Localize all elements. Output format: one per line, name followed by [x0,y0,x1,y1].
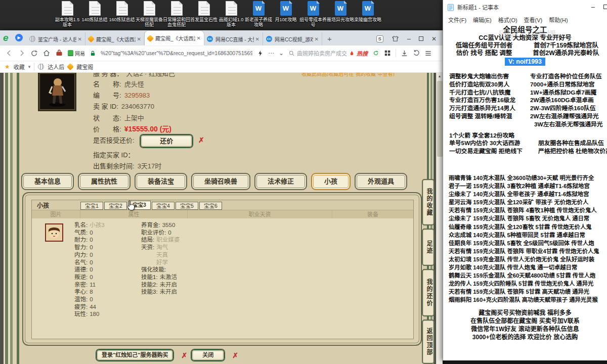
search-query[interactable]: 曲婉婷拍卖房产成交 [297,49,347,57]
notepad-line: 一切交易走藏宝阁 拒绝线下严格把控价格 杜绝物次价高 [443,148,607,156]
tab-spells[interactable]: 法术修正 [254,173,307,190]
subtab-baby2[interactable]: 宝宝2 [104,202,127,210]
site-badge[interactable]: 网易 [68,50,85,57]
tab-close-icon[interactable]: ✕ [137,36,141,42]
subtab-baby5[interactable]: 宝宝5 [176,202,198,210]
browser-tab[interactable]: 藏宝阁_《大话西游…✕ [85,32,145,46]
menu-icon[interactable] [424,50,432,57]
info-row-server: 服 务 器：大话2 · 红烛知己 [93,73,175,78]
browser-tab[interactable]: 鉴宝广场 - 达人后…✕ [26,32,85,46]
dropdown-icon[interactable]: ⌄ [279,51,284,56]
home-icon[interactable] [42,49,51,57]
notepad-line: 低价打造站街双30男人7000+通杀日常炼狱地宫 [443,81,607,89]
notepad-text-area[interactable]: 网易CC直播 全民组号之工 CC蓝V认证 大炮资深 专业开好号 低端任务组号开创… [443,25,607,360]
menu-format[interactable]: 格式(O) [498,16,517,24]
lightning-icon[interactable] [257,50,264,57]
bookmark-item[interactable]: 藏宝阁 [76,63,93,71]
desktop-icon[interactable]: 160炼狱总结 [108,1,136,27]
sidebar-my-bargains[interactable]: 我的还价 [422,269,435,316]
maximize-button[interactable] [419,36,423,41]
close-button[interactable]: ✕ [431,35,437,42]
browser-tab-active[interactable]: 藏宝阁_《大话西游…✕ [145,31,204,46]
subtab-baby4[interactable]: 宝宝4 [152,202,175,210]
tab-appearance[interactable]: 外观道具 [355,173,407,190]
desktop-icon[interactable]: W雁塔异光攻略 [327,1,354,27]
desktop-icon[interactable]: W组号零成本养号 [299,1,327,27]
login-buy-button[interactable]: 登录"红烛知己"服务器购买 [96,349,174,361]
hot-search-label[interactable]: 热搜 [357,49,368,57]
reload-icon[interactable] [30,50,38,57]
browser-logo-icon[interactable]: e [3,33,9,42]
attr-row: 职业评价:0 [141,229,180,237]
bargain-button[interactable]: 还价 [140,134,193,148]
browser-tab[interactable]: CC网易CC直播 - 大型…✕ [204,32,263,46]
children-panel: 小孩 宝宝1 宝宝2 宝宝3 宝宝4 宝宝5 宝宝6 图片 属性 [22,192,422,346]
browser-tab[interactable]: CC网易CC视频_游戏视…✕ [263,32,322,46]
apps-grid-icon[interactable] [384,50,391,57]
desktop-icon[interactable]: 首发蓝宝石性 [190,1,218,27]
search-box[interactable]: 曲婉婷拍卖房产成交 热搜 [288,49,368,57]
back-icon[interactable] [5,49,13,57]
notepad-window: 新标题1 - 记事本 – 文件(F) 编辑(E) 格式(O) 查看(V) 帮助(… [443,0,607,360]
notepad-title-bar[interactable]: 新标题1 - 记事本 – [443,0,607,14]
download-icon[interactable] [401,50,408,57]
power-save-icon[interactable] [372,50,379,57]
menu-help[interactable]: 帮助(H) [549,16,568,24]
desktop-icon[interactable]: 140炼狱总结 [81,1,108,27]
sidebar-footprints[interactable]: 足迹 [422,229,435,266]
desktop-icon[interactable]: 日常睡袋和回血鬼搭配 [163,1,190,27]
caret-down-icon[interactable]: ▾ [28,64,31,69]
tab-close-icon[interactable]: ✕ [315,36,319,42]
team-line: 仙履奇缘 159克火混队 全120畜牧 5甘霖 传世炮无价人鬼 [449,223,607,231]
new-tab-button[interactable]: + [327,34,332,43]
undo-icon[interactable] [413,50,420,57]
attr-row: 玩性:180 [74,310,105,318]
bookmark-fav-label[interactable]: 收藏 [14,63,25,71]
page-scrollbar[interactable]: ▲ [436,73,443,364]
desktop-icon[interactable]: 副本攻略1.5版本 [54,1,81,27]
briefcase-icon[interactable] [55,49,63,57]
menu-edit[interactable]: 编辑(E) [473,16,492,24]
close-page-button[interactable]: 关闭 [191,349,225,361]
forward-icon[interactable] [18,49,26,57]
desktop-icon-row: 副本攻略1.5版本 140炼狱总结 160炼狱总结 天梯双魔装备搭配 日常睡袋和… [54,1,381,27]
sidebar-my-favorites[interactable]: 我的收藏 [422,179,435,225]
skin-theme-icon[interactable] [392,35,399,42]
subtab-baby1[interactable]: 宝宝1 [80,202,103,210]
desktop-icon[interactable]: 天梯双魔装备搭配 [136,1,163,27]
tab-equipment[interactable]: 装备法宝 [135,173,187,190]
subtab-baby6[interactable]: 宝宝6 [199,202,222,210]
bookmark-item[interactable]: 达人后 [48,63,64,71]
scrollbar-thumb[interactable] [437,81,443,157]
desktop-icon[interactable]: 画魇幻域1.0版本 [218,1,245,27]
more-actions-icon[interactable]: ⋯ [268,51,274,56]
tab-close-icon[interactable]: ✕ [255,36,259,42]
desktop-icon[interactable]: W新老孩子养成攻略 [245,1,272,27]
tab-close-icon[interactable]: ✕ [197,35,201,41]
attr-row: 技能3:未开启 [141,288,180,296]
text-file-icon [62,1,73,16]
url-text[interactable]: %20"tag"%3A%20"user"%7D&reco_request_id=… [101,50,252,56]
desktop-icon[interactable]: W栾陵幽宫攻略 [354,1,381,27]
column-header: 职业天资 [188,210,332,218]
browser-profile-icon[interactable]: ▶ [15,34,23,41]
maximize-button[interactable] [603,5,607,9]
scrollbar-up-icon[interactable]: ▲ [437,73,443,80]
tab-basic-info[interactable]: 基本信息 [21,173,74,190]
cbg-gem-icon [147,34,154,41]
cc-watermark: 网易CC直播 [499,31,557,39]
sidebar-back-to-top[interactable]: 返回顶部 [422,320,435,364]
tab-close-icon[interactable]: ✕ [78,36,82,42]
minimize-button[interactable]: – [591,3,595,11]
menu-view[interactable]: 查看(V) [524,16,543,24]
team-line: 尘缘未了 159克火混队 苍狼阵 5畜牧 无价炮鬼人 通日常 [449,214,607,222]
tab-attributes[interactable]: 属性抗性 [78,173,131,190]
extension-badge[interactable]: S [376,35,383,42]
tab-mounts-pets[interactable]: 坐骑召唤兽 [191,173,250,190]
globe-icon [29,36,35,42]
favorite-item-link[interactable]: 收藏此商品(收藏后可在"我的收藏"中查看) [301,73,428,76]
minimize-button[interactable]: – [407,36,411,41]
menu-file[interactable]: 文件(F) [448,16,466,24]
tab-children[interactable]: 小孩 [311,173,351,190]
desktop-icon[interactable]: W月10E攻略 [272,1,299,27]
